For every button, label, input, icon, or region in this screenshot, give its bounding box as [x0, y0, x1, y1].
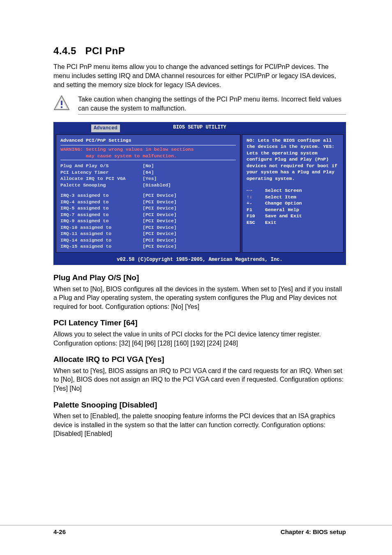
bios-setting-row: IRQ-7 assigned to[PCI Device]	[60, 212, 236, 218]
subsection-body: When set to [No], BIOS configures all th…	[53, 285, 346, 311]
bios-nav-key: F1	[247, 207, 265, 213]
bios-setting-value: [PCI Device]	[143, 224, 177, 231]
bios-setting-row: Plug And Play O/S[No]	[60, 163, 236, 169]
bios-setting-value: [Yes]	[143, 175, 157, 182]
bios-help-text: NO: Lets the BIOS confique all the devic…	[247, 137, 339, 182]
bios-nav-row: F10Save and Exit	[247, 213, 339, 219]
subsection-heading: PCI Latency Timer [64]	[53, 318, 346, 328]
bios-title: BIOS SETUP UTILITY	[173, 124, 226, 130]
bios-setting-value: [PCI Device]	[143, 230, 177, 237]
bios-setting-row: IRQ-5 assigned to[PCI Device]	[60, 205, 236, 212]
bios-nav-key: ↑↓	[247, 194, 265, 200]
bios-title-bar: BIOS SETUP UTILITY Advanced	[53, 122, 346, 131]
subsection-body: Allows you to select the value in units …	[53, 330, 346, 348]
svg-rect-2	[61, 101, 62, 105]
subsection-body: When set to [Yes], BIOS assigns an IRQ t…	[53, 366, 346, 393]
bios-setting-row: PCI Latency Timer[64]	[60, 169, 236, 176]
bios-nav-label: Save and Exit	[265, 213, 302, 219]
section-number: 4.4.5	[53, 45, 76, 56]
bios-setting-row: IRQ-3 assigned to[PCI Device]	[60, 192, 236, 199]
bios-help-panel: NO: Lets the BIOS confique all the devic…	[242, 134, 344, 253]
section-title: PCI PnP	[85, 45, 125, 56]
bios-nav-label: Select Screen	[265, 187, 302, 194]
caution-block: Take caution when changing the settings …	[53, 95, 346, 115]
page-footer: 4-26 Chapter 4: BIOS setup	[0, 525, 392, 536]
bios-nav-label: Exit	[265, 219, 277, 226]
bios-nav-key: ESC	[247, 219, 265, 226]
bios-nav-label: General Help	[265, 207, 299, 213]
subsection-heading: Allocate IRQ to PCI VGA [Yes]	[53, 354, 346, 365]
bios-setting-row: IRQ-4 assigned to[PCI Device]	[60, 199, 236, 205]
bios-setting-row: IRQ-9 assigned to[PCI Device]	[60, 218, 236, 224]
bios-nav-key: F10	[247, 213, 265, 219]
bios-setting-value: [No]	[143, 163, 154, 169]
bios-active-tab: Advanced	[91, 124, 120, 132]
bios-setting-label: IRQ-15 assigned to	[60, 243, 143, 250]
bios-nav-row: ESCExit	[247, 219, 339, 226]
bios-setting-value: [PCI Device]	[143, 212, 177, 218]
bios-warning: WARNING: Setting wrong values in below s…	[60, 145, 236, 160]
divider	[78, 114, 346, 115]
bios-setting-value: [64]	[143, 169, 154, 176]
bios-setting-label: PCI Latency Timer	[60, 169, 143, 176]
bios-nav-label: Change Option	[265, 200, 302, 207]
bios-setting-label: Palette Snooping	[60, 182, 143, 189]
bios-setting-value: [PCI Device]	[143, 192, 177, 199]
chapter-label: Chapter 4: BIOS setup	[281, 528, 346, 536]
bios-setting-row: IRQ-11 assigned to[PCI Device]	[60, 230, 236, 237]
bios-setting-label: IRQ-7 assigned to	[60, 212, 143, 218]
bios-screenshot: BIOS SETUP UTILITY Advanced Advanced PCI…	[53, 122, 346, 265]
bios-setting-label: Plug And Play O/S	[60, 163, 143, 169]
bios-setting-row: Palette Snooping[Disabled]	[60, 182, 236, 189]
caution-icon	[53, 95, 70, 114]
bios-main-panel: Advanced PCI/PnP Settings WARNING: Setti…	[56, 134, 240, 253]
bios-panel-heading: Advanced PCI/PnP Settings	[60, 137, 236, 144]
bios-nav-label: Select Item	[265, 194, 296, 200]
bios-nav-row: ↑↓Select Item	[247, 194, 339, 200]
bios-setting-label: IRQ-9 assigned to	[60, 218, 143, 224]
bios-nav-key: +-	[247, 200, 265, 207]
intro-paragraph: The PCI PnP menu items allow you to chan…	[53, 62, 346, 89]
subsection-heading: Palette Snooping [Disabled]	[53, 400, 346, 410]
bios-setting-label: IRQ-11 assigned to	[60, 230, 143, 237]
bios-setting-value: [PCI Device]	[143, 243, 177, 250]
bios-nav-key: ←→	[247, 187, 265, 194]
bios-setting-row: IRQ-14 assigned to[PCI Device]	[60, 237, 236, 244]
caution-text: Take caution when changing the settings …	[78, 95, 346, 113]
svg-point-3	[61, 106, 63, 108]
bios-nav-row: F1General Help	[247, 207, 339, 213]
section-heading: 4.4.5 PCI PnP	[53, 44, 346, 58]
bios-setting-label: IRQ-3 assigned to	[60, 192, 143, 199]
bios-setting-label: IRQ-4 assigned to	[60, 199, 143, 205]
bios-setting-row: IRQ-15 assigned to[PCI Device]	[60, 243, 236, 250]
bios-setting-label: Allocate IRQ to PCI VGA	[60, 175, 143, 182]
bios-setting-label: IRQ-14 assigned to	[60, 237, 143, 244]
bios-setting-value: [PCI Device]	[143, 237, 177, 244]
bios-setting-row: Allocate IRQ to PCI VGA[Yes]	[60, 175, 236, 182]
subsection-body: When set to [Enabled], the palette snoop…	[53, 412, 346, 438]
bios-setting-value: [PCI Device]	[143, 218, 177, 224]
bios-setting-value: [PCI Device]	[143, 205, 177, 212]
bios-setting-value: [Disabled]	[143, 182, 171, 189]
bios-setting-label: IRQ-5 assigned to	[60, 205, 143, 212]
bios-nav-row: +-Change Option	[247, 200, 339, 207]
bios-nav-row: ←→Select Screen	[247, 187, 339, 194]
bios-copyright: v02.58 (C)Copyright 1985-2005, American …	[53, 255, 346, 265]
bios-setting-row: IRQ-10 assigned to[PCI Device]	[60, 224, 236, 231]
bios-setting-value: [PCI Device]	[143, 199, 177, 205]
bios-setting-label: IRQ-10 assigned to	[60, 224, 143, 231]
page-number: 4-26	[53, 528, 66, 536]
subsection-heading: Plug And Play O/S [No]	[53, 272, 346, 283]
